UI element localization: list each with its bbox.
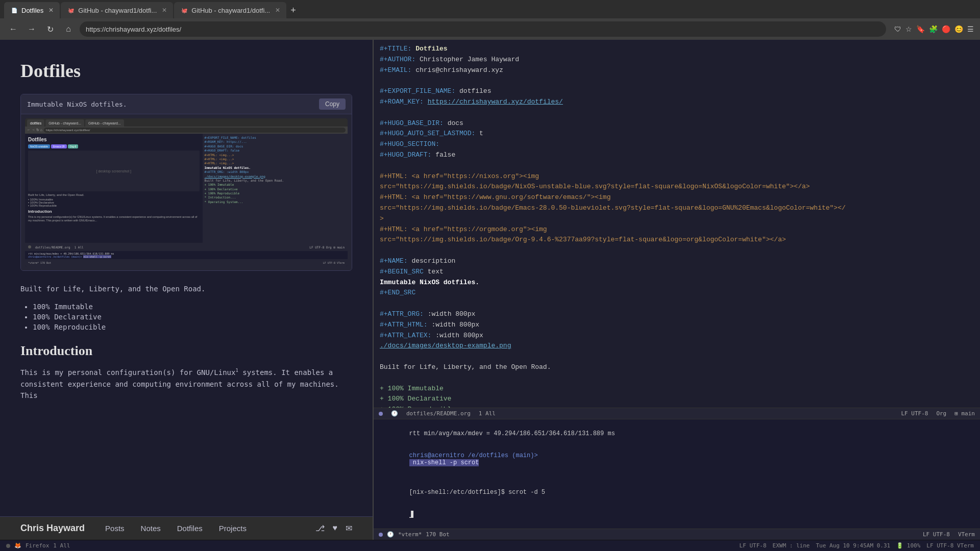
org-val-export: dotfiles	[459, 86, 491, 97]
org-line-2: #+AUTHOR: Christopher James Hayward	[380, 55, 974, 65]
org-val-title: Dotfiles	[415, 44, 447, 55]
term-line-empty	[380, 474, 974, 481]
editor-file-name: dotfiles/README.org	[406, 410, 471, 417]
heart-icon[interactable]: ♥	[333, 523, 338, 533]
org-line-23: Immutable NixOS dotfiles.	[380, 278, 974, 288]
sys-right: LF UTF-8 EXWM : line Tue Aug 10 9:45AM 0…	[740, 542, 974, 549]
intro-section-title: Introduction	[20, 343, 352, 359]
org-line-20	[380, 245, 974, 256]
term-status-left: 🕐 *vterm* 170 Bot	[379, 531, 450, 538]
org-key-attr-org: #+ATTR_ORG:	[380, 309, 428, 320]
nested-browser: dotfiles GitHub - chayward... GitHub - c…	[25, 118, 348, 266]
copy-button[interactable]: Copy	[319, 98, 346, 110]
github-icon[interactable]: ⎇	[315, 523, 325, 533]
addon-icon-3[interactable]: 😊	[954, 25, 963, 33]
url-bar[interactable]	[80, 21, 886, 37]
social-icons: ⎇ ♥ ✉	[315, 523, 353, 533]
tab-close-3[interactable]: ✕	[275, 7, 280, 14]
sys-datetime: Tue Aug 10 9:45AM 0.31	[816, 542, 890, 549]
nested-main: Dotfiles NixOS-unstable Emacs-28 Org-9 [	[25, 134, 348, 243]
tab-dotfiles[interactable]: 📄 Dotfiles ✕	[4, 2, 60, 18]
nested-badges: NixOS-unstable Emacs-28 Org-9	[28, 144, 200, 148]
nested-badge-org: Org-9	[68, 144, 79, 148]
org-line-27: #+ATTR_HTML: :width 800px	[380, 320, 974, 331]
code-text: Immutable NixOS dotfiles.	[27, 101, 319, 108]
nested-intro-text: This is my personal configuration(s) for…	[28, 215, 200, 222]
org-line-6: #+ROAM_KEY: https://chrishayward.xyz/dot…	[380, 97, 974, 108]
term-status-right: LF UTF-8 VTerm	[923, 531, 975, 538]
nested-intro-title: Introduction	[28, 209, 200, 214]
browser-chrome: 📄 Dotfiles ✕ 🐙 GitHub - chayward1/dotfi.…	[0, 0, 980, 40]
term-command-highlight: nix-shell -p scrot	[409, 459, 479, 466]
term-line-prompt: chris@acernitro /e/dotfiles (main)> nix-…	[380, 445, 974, 473]
terminal-area: rtt min/avg/max/mdev = 49.294/186.651/36…	[374, 419, 980, 529]
right-panel: #+TITLE: Dotfiles #+AUTHOR: Christopher …	[373, 40, 980, 540]
reload-button[interactable]: ↻	[43, 22, 57, 36]
tab-github-2[interactable]: 🐙 GitHub - chayward1/dotfi... ✕	[174, 2, 286, 18]
tab-close-1[interactable]: ✕	[48, 7, 54, 14]
nav-dotfiles[interactable]: Dotfiles	[177, 524, 203, 533]
nested-tab-2: GitHub - chayward...	[45, 119, 84, 127]
sys-dot-1	[6, 544, 10, 548]
forward-button[interactable]: →	[24, 22, 39, 36]
intro-text: This is my personal configuration(s) for…	[20, 367, 352, 401]
nav-icons: 🛡 ☆ 🔖 🧩 🔴 😊 ☰	[894, 25, 974, 33]
nested-nav: ← → ↻ ⌂ https://chrishayward.xyz/dotfile…	[25, 127, 348, 134]
nav-posts[interactable]: Posts	[105, 524, 125, 533]
editor-clock-icon: 🕐	[391, 410, 398, 417]
bookmark-icon[interactable]: 🔖	[916, 25, 925, 33]
org-html-6: #+HTML: <a href="https://orgmode.org"><i…	[380, 224, 547, 235]
shield-icon[interactable]: 🛡	[894, 25, 901, 33]
page-title: Dotfiles	[20, 60, 352, 82]
nav-projects[interactable]: Projects	[219, 524, 247, 533]
org-key-hugo-base: #+HUGO_BASE_DIR:	[380, 118, 448, 129]
org-list-declarative: + 100% Declarative	[380, 394, 451, 405]
editor-encoding: LF UTF-8	[901, 410, 928, 417]
tab-close-2[interactable]: ✕	[162, 7, 167, 14]
org-val-hugo-auto: t	[479, 129, 483, 139]
org-line-8: #+HUGO_BASE_DIR: docs	[380, 118, 974, 129]
tab-title-2: GitHub - chayward1/dotfi...	[78, 7, 157, 14]
org-line-15: #+HTML: <a href="https://www.gnu.org/sof…	[380, 192, 974, 203]
org-line-11: #+HUGO_DRAFT: false	[380, 150, 974, 161]
org-key-endsrc: #+END_SRC	[380, 288, 415, 298]
nested-badge-emacs: Emacs-28	[51, 144, 67, 148]
org-html-1: #+HTML: <a href="https://nixos.org"><img	[380, 171, 539, 182]
org-line-33: + 100% Immutable	[380, 384, 974, 394]
term-extra: VTerm	[958, 531, 975, 538]
email-icon[interactable]: ✉	[346, 523, 352, 533]
back-button[interactable]: ←	[6, 22, 20, 36]
org-line-30	[380, 352, 974, 362]
term-prompt: chris@acernitro /e/dotfiles (main)>	[409, 452, 538, 459]
org-val-roam[interactable]: https://chrishayward.xyz/dotfiles/	[428, 97, 563, 108]
org-line-29: ./docs/images/desktop-example.png	[380, 341, 974, 352]
org-line-32	[380, 373, 974, 384]
term-name: *vterm*	[398, 531, 422, 538]
menu-icon[interactable]: ☰	[967, 25, 974, 33]
org-html-4: src="https://img.shields.io/badge/Emacs-…	[380, 203, 846, 214]
sys-indicator: 1 All	[53, 542, 70, 549]
org-link-desktop[interactable]: ./docs/images/desktop-example.png	[380, 341, 511, 352]
term-rtt-text: rtt min/avg/max/mdev = 49.294/186.651/36…	[409, 430, 615, 437]
star-icon[interactable]: ☆	[905, 25, 912, 33]
addon-icon-2[interactable]: 🔴	[942, 25, 950, 33]
new-tab-button[interactable]: +	[290, 5, 296, 16]
org-val-author: Christopher James Hayward	[420, 55, 519, 65]
home-button[interactable]: ⌂	[61, 22, 76, 36]
editor-content: #+TITLE: Dotfiles #+AUTHOR: Christopher …	[374, 40, 980, 408]
org-key-email: #+EMAIL:	[380, 65, 415, 76]
org-val-attr-html: :width 800px	[431, 320, 479, 331]
nested-tab-3: GitHub - chayward...	[85, 119, 124, 127]
nested-page-title: Dotfiles	[28, 137, 200, 142]
org-line-31: Built for Life, Liberty, and the Open Ro…	[380, 362, 974, 373]
org-line-34: + 100% Declarative	[380, 394, 974, 405]
org-line-26: #+ATTR_ORG: :width 800px	[380, 309, 974, 320]
tab-favicon-2: 🐙	[67, 6, 75, 14]
org-line-18: #+HTML: <a href="https://orgmode.org"><i…	[380, 224, 974, 235]
nav-notes[interactable]: Notes	[141, 524, 161, 533]
org-line-10: #+HUGO_SECTION:	[380, 139, 974, 150]
nested-tab-1: dotfiles	[27, 119, 44, 127]
org-line-16: src="https://img.shields.io/badge/Emacs-…	[380, 203, 974, 214]
tab-github-1[interactable]: 🐙 GitHub - chayward1/dotfi... ✕	[61, 2, 173, 18]
addon-icon-1[interactable]: 🧩	[929, 25, 938, 33]
